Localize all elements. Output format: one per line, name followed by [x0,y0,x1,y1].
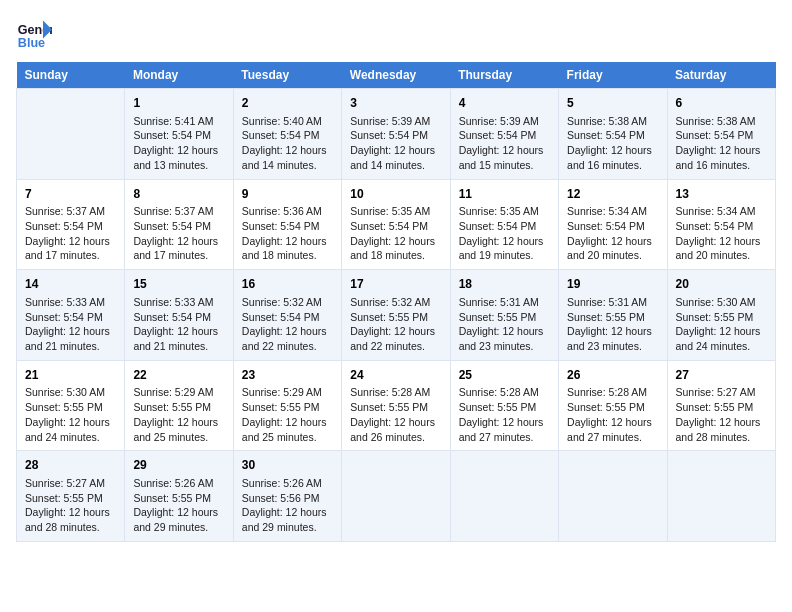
calendar-cell: 7Sunrise: 5:37 AMSunset: 5:54 PMDaylight… [17,179,125,270]
day-number: 15 [133,276,224,293]
week-row-5: 28Sunrise: 5:27 AMSunset: 5:55 PMDayligh… [17,451,776,542]
logo: General Blue [16,16,52,52]
calendar-cell: 22Sunrise: 5:29 AMSunset: 5:55 PMDayligh… [125,360,233,451]
day-number: 1 [133,95,224,112]
day-number: 11 [459,186,550,203]
col-header-thursday: Thursday [450,62,558,89]
day-number: 28 [25,457,116,474]
calendar-cell: 26Sunrise: 5:28 AMSunset: 5:55 PMDayligh… [559,360,667,451]
calendar-cell: 15Sunrise: 5:33 AMSunset: 5:54 PMDayligh… [125,270,233,361]
cell-content: Sunrise: 5:36 AMSunset: 5:54 PMDaylight:… [242,204,333,263]
svg-text:Blue: Blue [18,36,45,50]
col-header-tuesday: Tuesday [233,62,341,89]
day-number: 26 [567,367,658,384]
cell-content: Sunrise: 5:35 AMSunset: 5:54 PMDaylight:… [459,204,550,263]
calendar-header-row: SundayMondayTuesdayWednesdayThursdayFrid… [17,62,776,89]
cell-content: Sunrise: 5:39 AMSunset: 5:54 PMDaylight:… [350,114,441,173]
calendar-table: SundayMondayTuesdayWednesdayThursdayFrid… [16,62,776,542]
day-number: 6 [676,95,767,112]
day-number: 21 [25,367,116,384]
calendar-cell: 29Sunrise: 5:26 AMSunset: 5:55 PMDayligh… [125,451,233,542]
week-row-1: 1Sunrise: 5:41 AMSunset: 5:54 PMDaylight… [17,89,776,180]
day-number: 23 [242,367,333,384]
cell-content: Sunrise: 5:30 AMSunset: 5:55 PMDaylight:… [25,385,116,444]
cell-content: Sunrise: 5:32 AMSunset: 5:55 PMDaylight:… [350,295,441,354]
calendar-cell: 17Sunrise: 5:32 AMSunset: 5:55 PMDayligh… [342,270,450,361]
cell-content: Sunrise: 5:38 AMSunset: 5:54 PMDaylight:… [676,114,767,173]
cell-content: Sunrise: 5:26 AMSunset: 5:56 PMDaylight:… [242,476,333,535]
calendar-cell: 16Sunrise: 5:32 AMSunset: 5:54 PMDayligh… [233,270,341,361]
day-number: 14 [25,276,116,293]
calendar-cell: 2Sunrise: 5:40 AMSunset: 5:54 PMDaylight… [233,89,341,180]
calendar-cell: 18Sunrise: 5:31 AMSunset: 5:55 PMDayligh… [450,270,558,361]
cell-content: Sunrise: 5:41 AMSunset: 5:54 PMDaylight:… [133,114,224,173]
col-header-friday: Friday [559,62,667,89]
calendar-cell [559,451,667,542]
calendar-cell: 25Sunrise: 5:28 AMSunset: 5:55 PMDayligh… [450,360,558,451]
calendar-cell: 27Sunrise: 5:27 AMSunset: 5:55 PMDayligh… [667,360,775,451]
day-number: 13 [676,186,767,203]
cell-content: Sunrise: 5:28 AMSunset: 5:55 PMDaylight:… [459,385,550,444]
calendar-cell: 6Sunrise: 5:38 AMSunset: 5:54 PMDaylight… [667,89,775,180]
day-number: 27 [676,367,767,384]
day-number: 19 [567,276,658,293]
cell-content: Sunrise: 5:37 AMSunset: 5:54 PMDaylight:… [133,204,224,263]
cell-content: Sunrise: 5:31 AMSunset: 5:55 PMDaylight:… [459,295,550,354]
day-number: 8 [133,186,224,203]
day-number: 30 [242,457,333,474]
col-header-saturday: Saturday [667,62,775,89]
calendar-cell: 14Sunrise: 5:33 AMSunset: 5:54 PMDayligh… [17,270,125,361]
cell-content: Sunrise: 5:35 AMSunset: 5:54 PMDaylight:… [350,204,441,263]
calendar-cell: 12Sunrise: 5:34 AMSunset: 5:54 PMDayligh… [559,179,667,270]
calendar-cell: 10Sunrise: 5:35 AMSunset: 5:54 PMDayligh… [342,179,450,270]
calendar-cell: 19Sunrise: 5:31 AMSunset: 5:55 PMDayligh… [559,270,667,361]
calendar-cell: 9Sunrise: 5:36 AMSunset: 5:54 PMDaylight… [233,179,341,270]
cell-content: Sunrise: 5:27 AMSunset: 5:55 PMDaylight:… [676,385,767,444]
day-number: 16 [242,276,333,293]
day-number: 29 [133,457,224,474]
cell-content: Sunrise: 5:34 AMSunset: 5:54 PMDaylight:… [676,204,767,263]
day-number: 10 [350,186,441,203]
calendar-cell: 30Sunrise: 5:26 AMSunset: 5:56 PMDayligh… [233,451,341,542]
calendar-cell: 24Sunrise: 5:28 AMSunset: 5:55 PMDayligh… [342,360,450,451]
cell-content: Sunrise: 5:37 AMSunset: 5:54 PMDaylight:… [25,204,116,263]
logo-icon: General Blue [16,16,52,52]
cell-content: Sunrise: 5:39 AMSunset: 5:54 PMDaylight:… [459,114,550,173]
calendar-cell: 23Sunrise: 5:29 AMSunset: 5:55 PMDayligh… [233,360,341,451]
calendar-cell: 21Sunrise: 5:30 AMSunset: 5:55 PMDayligh… [17,360,125,451]
cell-content: Sunrise: 5:27 AMSunset: 5:55 PMDaylight:… [25,476,116,535]
day-number: 24 [350,367,441,384]
calendar-cell: 11Sunrise: 5:35 AMSunset: 5:54 PMDayligh… [450,179,558,270]
day-number: 4 [459,95,550,112]
calendar-cell [17,89,125,180]
cell-content: Sunrise: 5:28 AMSunset: 5:55 PMDaylight:… [350,385,441,444]
col-header-monday: Monday [125,62,233,89]
calendar-cell: 13Sunrise: 5:34 AMSunset: 5:54 PMDayligh… [667,179,775,270]
day-number: 2 [242,95,333,112]
page-header: General Blue [16,16,776,52]
day-number: 9 [242,186,333,203]
cell-content: Sunrise: 5:29 AMSunset: 5:55 PMDaylight:… [242,385,333,444]
calendar-cell: 8Sunrise: 5:37 AMSunset: 5:54 PMDaylight… [125,179,233,270]
day-number: 12 [567,186,658,203]
day-number: 3 [350,95,441,112]
cell-content: Sunrise: 5:30 AMSunset: 5:55 PMDaylight:… [676,295,767,354]
calendar-cell: 4Sunrise: 5:39 AMSunset: 5:54 PMDaylight… [450,89,558,180]
cell-content: Sunrise: 5:29 AMSunset: 5:55 PMDaylight:… [133,385,224,444]
calendar-cell: 20Sunrise: 5:30 AMSunset: 5:55 PMDayligh… [667,270,775,361]
calendar-cell [342,451,450,542]
cell-content: Sunrise: 5:28 AMSunset: 5:55 PMDaylight:… [567,385,658,444]
calendar-cell: 1Sunrise: 5:41 AMSunset: 5:54 PMDaylight… [125,89,233,180]
day-number: 25 [459,367,550,384]
day-number: 18 [459,276,550,293]
calendar-cell: 5Sunrise: 5:38 AMSunset: 5:54 PMDaylight… [559,89,667,180]
col-header-sunday: Sunday [17,62,125,89]
day-number: 17 [350,276,441,293]
cell-content: Sunrise: 5:33 AMSunset: 5:54 PMDaylight:… [25,295,116,354]
calendar-cell: 3Sunrise: 5:39 AMSunset: 5:54 PMDaylight… [342,89,450,180]
cell-content: Sunrise: 5:40 AMSunset: 5:54 PMDaylight:… [242,114,333,173]
cell-content: Sunrise: 5:34 AMSunset: 5:54 PMDaylight:… [567,204,658,263]
calendar-cell: 28Sunrise: 5:27 AMSunset: 5:55 PMDayligh… [17,451,125,542]
cell-content: Sunrise: 5:31 AMSunset: 5:55 PMDaylight:… [567,295,658,354]
week-row-3: 14Sunrise: 5:33 AMSunset: 5:54 PMDayligh… [17,270,776,361]
